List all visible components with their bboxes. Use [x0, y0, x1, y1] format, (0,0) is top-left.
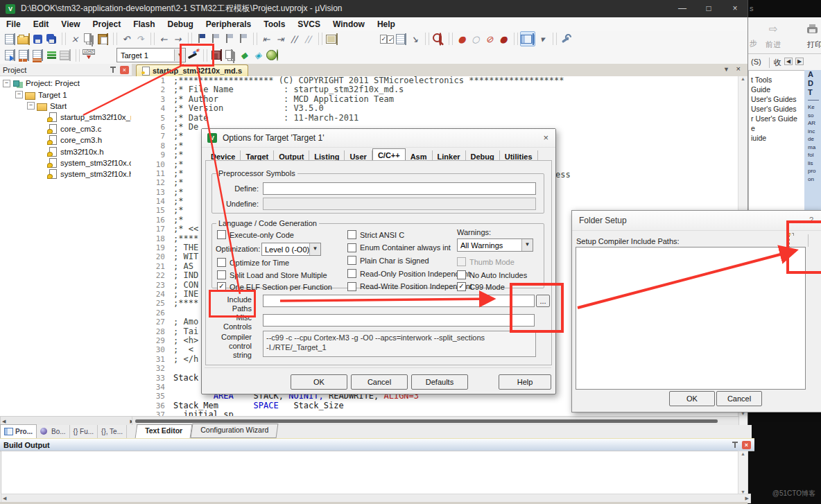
build-icon[interactable] [17, 49, 31, 62]
help-print-label[interactable]: 打印 [807, 40, 821, 50]
help-topic-item[interactable]: e [749, 123, 804, 133]
help-topic-item[interactable]: r User's Guide [749, 114, 804, 123]
manage-run-time-icon[interactable]: ◆ [237, 49, 251, 62]
navigate-back-icon[interactable]: ← [157, 32, 171, 46]
find-icon[interactable] [431, 32, 445, 46]
tab-text-editor[interactable]: Text Editor [135, 424, 193, 438]
dialog-title-bar[interactable]: Options for Target 'Target 1' × [202, 129, 555, 148]
ok-button[interactable]: OK [669, 391, 715, 406]
tree-expand-icon[interactable]: − [15, 91, 23, 98]
title-bar[interactable]: D:\BOOK\stm32-application-development\2-… [0, 0, 747, 17]
menu-item[interactable]: Window [327, 17, 371, 31]
scroll-right-icon[interactable]: ▶ [795, 58, 804, 65]
tree-item-stm32f10x-h[interactable]: stm32f10x.h [0, 146, 131, 157]
help-topic-item[interactable]: t Tools [749, 75, 804, 85]
dialog-title-bar[interactable]: Folder Setup ? [572, 211, 821, 231]
defaults-button[interactable]: Defaults [411, 374, 468, 390]
checkbox-split-load-store[interactable]: Split Load and Store Multiple [217, 270, 327, 279]
checkbox-execute-only-code[interactable]: Execute-only Code [217, 230, 294, 239]
menu-item[interactable]: Peripherals [200, 17, 257, 31]
toolbar-separator[interactable] [514, 33, 519, 45]
tree-item-system-stm32f10x-h[interactable]: system_stm32f10x.h [0, 168, 131, 180]
help-topic-item[interactable]: iuide [749, 133, 804, 143]
chevron-down-icon[interactable]: ▼ [521, 239, 533, 251]
cut-icon[interactable]: × [68, 32, 82, 46]
stop-build-icon[interactable] [58, 49, 72, 62]
checkbox-rw-position-independent[interactable]: Read-Write Position Independent [347, 282, 472, 291]
help-back-label[interactable]: 步 [750, 38, 757, 49]
manage-books-icon[interactable] [265, 49, 279, 62]
tree-expand-icon[interactable]: − [3, 80, 10, 87]
comment-icon[interactable]: // [287, 32, 301, 46]
forward-arrow-icon[interactable]: ⇨ [769, 23, 778, 35]
tab-project[interactable]: Pro... [0, 424, 37, 438]
cancel-button[interactable]: Cancel [716, 391, 762, 406]
warnings-select[interactable]: All Warnings▼ [457, 238, 533, 252]
help-tab-search[interactable]: (S) [751, 58, 761, 66]
toolbar-separator[interactable] [449, 33, 453, 45]
chevron-down-icon[interactable]: ▼ [309, 243, 320, 255]
save-icon[interactable] [31, 32, 44, 46]
redo-icon[interactable]: ↷ [133, 32, 147, 46]
dialog-close-icon[interactable]: × [543, 132, 548, 143]
download-load-icon[interactable] [82, 49, 96, 62]
save-all-icon[interactable] [44, 32, 58, 46]
toolbar-separator[interactable] [150, 33, 155, 45]
menu-item[interactable]: File [0, 17, 27, 31]
tab-functions[interactable]: {} Fu... [70, 425, 98, 438]
project-panel-close-icon[interactable] [120, 66, 129, 74]
checkbox-no-auto-includes[interactable]: No Auto Includes [457, 270, 527, 279]
batch-build-icon[interactable] [44, 49, 58, 62]
toolbar-separator[interactable] [318, 33, 323, 45]
menu-item[interactable]: Debug [162, 17, 200, 31]
build-output-close-icon[interactable] [742, 441, 751, 449]
new-file-icon[interactable] [3, 32, 17, 46]
configure-wrench-icon[interactable] [559, 32, 573, 46]
project-tree[interactable]: − Project: Project − Target 1 − Start [0, 78, 131, 403]
target-select[interactable]: Target 1 ▼ [116, 48, 186, 62]
menu-item[interactable]: Edit [27, 17, 55, 31]
pin-icon[interactable] [732, 442, 738, 448]
breakpoint-disable-all-icon[interactable]: ⊘ [483, 32, 496, 46]
menu-item[interactable]: View [55, 17, 86, 31]
find-in-files-icon[interactable] [394, 32, 408, 46]
build-output-vscrollbar[interactable]: ▲▼ [738, 451, 748, 495]
toolbar-separator[interactable] [62, 33, 67, 45]
checkbox-ro-position-independent[interactable]: Read-Only Position Independent [347, 269, 470, 278]
menu-item[interactable]: Project [86, 17, 127, 31]
tab-books[interactable]: Bo... [37, 425, 70, 438]
help-topics-list[interactable]: t ToolsGuideUser's GuidesUser's Guidesr … [748, 70, 805, 216]
close-button[interactable]: × [723, 0, 747, 17]
select-dropdown-icon[interactable] [380, 32, 394, 46]
toolbar-separator[interactable] [425, 33, 430, 45]
bookmark-prev-icon[interactable] [222, 32, 236, 46]
cancel-button[interactable]: Cancel [351, 374, 408, 390]
undo-icon[interactable]: ↶ [119, 32, 133, 46]
menu-item[interactable]: Tools [257, 17, 291, 31]
tab-templates[interactable]: {}, Te... [98, 425, 127, 438]
breakpoint-icon[interactable]: ● [455, 32, 469, 46]
toolbar-separator[interactable] [553, 33, 558, 45]
print-icon[interactable] [807, 27, 818, 33]
ok-button[interactable]: OK [291, 374, 347, 390]
tree-item-start-group[interactable]: − Start [0, 101, 131, 112]
tree-item-target-1[interactable]: − Target 1 [0, 89, 131, 100]
pin-icon[interactable] [110, 67, 116, 73]
tree-item-project-root[interactable]: − Project: Project [0, 78, 131, 89]
breakpoint-enable-icon[interactable]: ○ [469, 32, 483, 46]
tab-configuration-wizard[interactable]: Configuration Wizard [191, 424, 279, 438]
breakpoint-kill-all-icon[interactable]: ● [496, 32, 510, 46]
menu-item[interactable]: Flash [127, 17, 161, 31]
tree-item-core-cm3-h[interactable]: core_cm3.h [0, 134, 131, 146]
file-extensions-icon[interactable] [223, 49, 237, 62]
checkbox-c99-mode[interactable]: C99 Mode [457, 282, 505, 291]
tab-list-dropdown-icon[interactable]: ▼ [723, 66, 729, 73]
rebuild-all-icon[interactable] [31, 49, 44, 62]
define-input[interactable] [263, 182, 536, 195]
debug-windows-dropdown-icon[interactable]: ▾ [535, 32, 549, 46]
include-paths-input[interactable] [263, 295, 535, 307]
checkbox-enum-container-int[interactable]: Enum Container always int [347, 243, 451, 252]
bookmark-clear-icon[interactable] [236, 32, 250, 46]
build-output-content[interactable] [1, 451, 739, 495]
include-paths-list[interactable] [576, 247, 806, 390]
